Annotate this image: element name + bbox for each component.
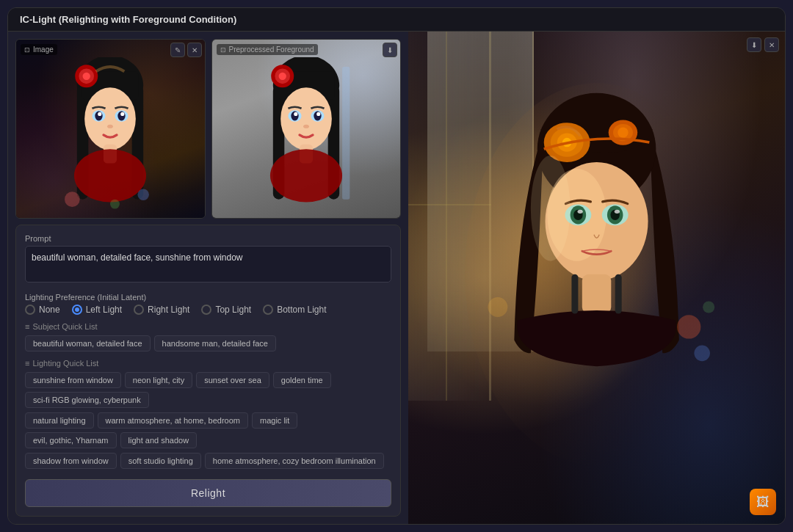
tag-evil-gothic[interactable]: evil, gothic, Yharnam (25, 432, 117, 448)
input-image (16, 40, 205, 218)
lighting-tags-row-3: shadow from window soft studio lighting … (25, 453, 391, 469)
prompt-input[interactable] (25, 246, 391, 283)
image-box-2-label: Preprocessed Foreground (217, 44, 318, 55)
lighting-tags-row-1: sunshine from window neon light, city su… (25, 372, 391, 408)
svg-point-4 (84, 88, 136, 150)
lighting-pref-row: None Left Light Right Light Top Lig (25, 305, 391, 315)
svg-point-6 (74, 150, 146, 203)
svg-point-17 (65, 192, 80, 208)
radio-circle-right-light (134, 305, 144, 315)
tag-sunset-over-sea[interactable]: sunset over sea (196, 372, 269, 388)
image-box-2[interactable]: Preprocessed Foreground ⬇ (211, 39, 402, 219)
tag-scifi-rgb[interactable]: sci-fi RGB glowing, cyberpunk (25, 392, 149, 408)
main-content: Image ✎ ✕ (8, 32, 785, 524)
left-panel: Image ✎ ✕ (8, 32, 408, 524)
output-download-icon[interactable]: ⬇ (747, 37, 761, 52)
subject-quick-list: Subject Quick List beautiful woman, deta… (25, 322, 391, 351)
image-box-1-label: Image (21, 44, 57, 55)
tag-soft-studio[interactable]: soft studio lighting (120, 453, 201, 469)
tag-golden-time[interactable]: golden time (273, 372, 331, 388)
relight-button[interactable]: Relight (25, 479, 391, 507)
svg-rect-42 (582, 274, 612, 314)
radio-bottom-light[interactable]: Bottom Light (263, 305, 326, 315)
lighting-tags-row-2: natural lighting warm atmosphere, at hom… (25, 412, 391, 448)
svg-point-24 (280, 88, 332, 150)
svg-point-18 (138, 189, 149, 200)
svg-point-36 (278, 73, 286, 80)
tag-warm-atmosphere[interactable]: warm atmosphere, at home, bedroom (98, 412, 248, 429)
svg-point-60 (531, 156, 571, 261)
svg-point-32 (316, 112, 320, 116)
tag-beautiful-woman[interactable]: beautiful woman, detailed face (25, 335, 151, 351)
controls-area: Prompt Lighting Preference (Initial Late… (15, 225, 401, 517)
close-icon[interactable]: ✕ (187, 43, 202, 57)
tag-home-atmosphere[interactable]: home atmosphere, cozy bedroom illuminati… (205, 453, 384, 469)
svg-point-33 (303, 125, 309, 128)
lighting-pref-label: Lighting Preference (Initial Latent) (25, 293, 391, 302)
radio-none[interactable]: None (25, 305, 60, 315)
output-controls: ⬇ ✕ (747, 37, 779, 52)
girl-figure-2 (250, 57, 363, 209)
subject-quick-list-title: Subject Quick List (25, 322, 391, 331)
right-panel: ⬇ ✕ (408, 32, 785, 524)
radio-left-light[interactable]: Left Light (72, 305, 122, 315)
output-close-icon[interactable]: ✕ (764, 37, 779, 52)
output-image (408, 32, 785, 524)
radio-right-light[interactable]: Right Light (134, 305, 189, 315)
image-box-1-controls: ✎ ✕ (170, 43, 202, 57)
prompt-label: Prompt (25, 234, 391, 243)
tag-magic-lit[interactable]: magic lit (252, 412, 297, 429)
svg-point-48 (577, 210, 582, 214)
output-image-area: ⬇ ✕ (408, 32, 785, 524)
subject-tags-row: beautiful woman, detailed face handsome … (25, 335, 391, 351)
svg-point-63 (703, 302, 714, 313)
svg-point-29 (294, 112, 297, 116)
svg-point-12 (120, 112, 124, 116)
radio-circle-bottom-light (263, 305, 273, 315)
svg-rect-43 (571, 274, 578, 314)
download-icon-2[interactable]: ⬇ (383, 43, 397, 57)
tag-neon-light-city[interactable]: neon light, city (125, 372, 192, 388)
edit-icon[interactable]: ✎ (170, 43, 185, 57)
tag-sunshine-window[interactable]: sunshine from window (25, 372, 121, 388)
svg-point-62 (694, 346, 710, 362)
svg-point-59 (618, 128, 628, 138)
tag-shadow-window[interactable]: shadow from window (25, 453, 117, 469)
lighting-quick-list-title: Lighting Quick List (25, 359, 391, 368)
svg-rect-44 (615, 274, 622, 314)
svg-point-19 (110, 200, 120, 209)
image-box-1[interactable]: Image ✎ ✕ (15, 39, 206, 219)
tag-light-shadow[interactable]: light and shadow (120, 432, 198, 448)
svg-point-64 (488, 297, 507, 317)
svg-point-16 (83, 73, 90, 80)
app-window: IC-Light (Relighting with Foreground Con… (7, 7, 786, 525)
image-row: Image ✎ ✕ (15, 39, 401, 219)
image-format-icon[interactable]: 🖼 (750, 489, 776, 515)
lighting-pref-section: Lighting Preference (Initial Latent) Non… (25, 293, 391, 315)
image-box-2-controls: ⬇ (383, 43, 397, 57)
preprocessed-image (212, 40, 401, 218)
girl-figure-1 (54, 57, 167, 209)
lighting-quick-list: Lighting Quick List sunshine from window… (25, 359, 391, 469)
svg-point-61 (677, 316, 700, 339)
svg-rect-37 (342, 67, 350, 200)
svg-point-52 (615, 210, 620, 214)
svg-point-13 (107, 125, 113, 128)
app-title: IC-Light (Relighting with Foreground Con… (20, 14, 236, 25)
svg-point-9 (98, 112, 101, 116)
radio-top-light[interactable]: Top Light (201, 305, 251, 315)
radio-circle-none (25, 305, 35, 315)
prompt-section: Prompt (25, 234, 391, 285)
svg-point-26 (270, 150, 342, 203)
tag-handsome-man[interactable]: handsome man, detailed face (154, 335, 276, 351)
title-bar: IC-Light (Relighting with Foreground Con… (8, 8, 785, 32)
tag-natural-lighting[interactable]: natural lighting (25, 412, 94, 429)
output-girl-figure (465, 41, 728, 494)
radio-circle-top-light (201, 305, 211, 315)
radio-circle-left-light (72, 305, 82, 315)
